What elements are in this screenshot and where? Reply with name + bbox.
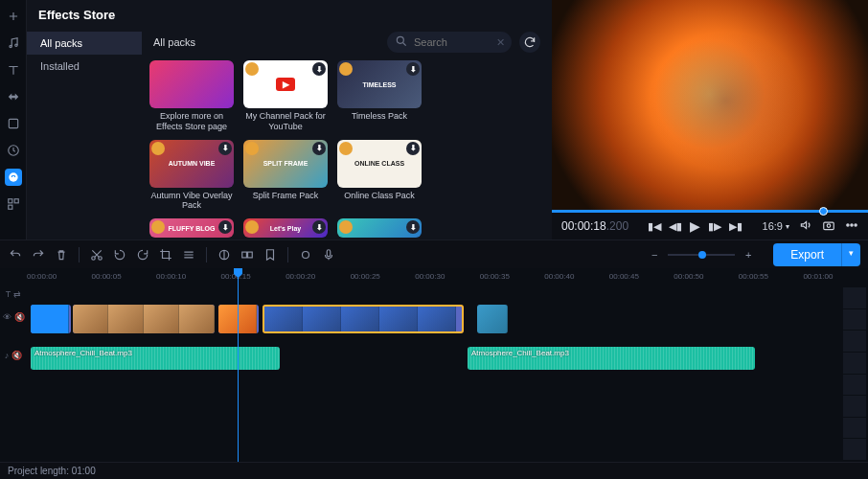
pack-title: My Channel Pack for YouTube	[243, 108, 328, 132]
download-icon[interactable]: ⬇	[312, 62, 326, 76]
pack-card[interactable]: ▶⬇My Channel Pack for YouTube	[243, 60, 328, 132]
status-bar: Project length: 01:00	[0, 462, 868, 479]
video-track-eye-icon[interactable]: 👁	[3, 312, 11, 322]
video-clip[interactable]	[31, 305, 71, 333]
color-adjust-button[interactable]	[217, 247, 232, 262]
audio-meters	[841, 285, 868, 462]
premium-badge-icon	[245, 62, 259, 76]
side-item-installed[interactable]: Installed	[27, 55, 142, 78]
side-item-all-packs[interactable]: All packs	[27, 32, 142, 55]
pack-card[interactable]: TIMELESS⬇Timeless Pack	[337, 60, 422, 132]
more-tools-icon[interactable]	[5, 195, 22, 213]
export-dropdown[interactable]: ▾	[841, 243, 860, 266]
preview-canvas[interactable]	[552, 0, 868, 210]
text-icon[interactable]	[5, 61, 22, 79]
refresh-button[interactable]	[519, 32, 540, 53]
pack-card[interactable]: ⬇	[337, 218, 422, 238]
transitions-icon[interactable]	[5, 88, 22, 105]
step-back-button[interactable]: ◀▮	[669, 220, 682, 233]
download-icon[interactable]: ⬇	[218, 220, 232, 234]
prev-clip-button[interactable]: ▮◀	[648, 220, 661, 233]
zoom-slider[interactable]	[668, 254, 735, 256]
playhead[interactable]	[238, 268, 239, 462]
mute-icon[interactable]: 🔇	[14, 312, 25, 322]
video-clip[interactable]	[218, 305, 259, 333]
video-clip[interactable]	[477, 305, 508, 333]
aspect-ratio-select[interactable]: 16:9▾	[763, 220, 789, 232]
volume-icon[interactable]	[799, 218, 812, 234]
search-input[interactable]	[414, 36, 491, 48]
audio-track[interactable]: Atmosphere_Chill_Beat.mp3Atmosphere_Chil…	[27, 347, 868, 370]
pack-card[interactable]: Explore more on Effects Store page	[149, 60, 234, 132]
preview-monitor: 00:00:18.200 ▮◀ ◀▮ ▶ ▮▶ ▶▮ 16:9▾	[552, 0, 868, 240]
mic-button[interactable]	[321, 247, 336, 262]
audio-clip[interactable]: Atmosphere_Chill_Beat.mp3	[468, 347, 755, 370]
next-clip-button[interactable]: ▶▮	[729, 220, 742, 233]
download-icon[interactable]: ⬇	[406, 142, 420, 155]
pack-card[interactable]: SPLIT FRAME⬇Split Frame Pack	[243, 140, 328, 212]
download-icon[interactable]: ⬇	[406, 62, 420, 76]
crop-button[interactable]	[158, 247, 173, 262]
packs-subtitle: All packs	[153, 36, 195, 48]
effects-store-panel: Effects Store All packsInstalled All pac…	[27, 0, 552, 240]
audio-mute-icon[interactable]: 🔇	[11, 351, 22, 360]
rotate-left-button[interactable]	[112, 247, 127, 262]
effects-store-icon[interactable]	[5, 169, 22, 186]
cut-button[interactable]	[89, 247, 104, 262]
text-track-icon[interactable]: T	[6, 289, 11, 299]
svg-point-0	[9, 45, 11, 47]
download-icon[interactable]: ⬇	[312, 220, 326, 234]
transition-button[interactable]	[240, 247, 255, 262]
premium-badge-icon	[151, 142, 165, 155]
video-track[interactable]	[27, 305, 868, 333]
search-icon	[395, 34, 408, 50]
redo-button[interactable]	[31, 247, 46, 262]
audio-clip[interactable]: Atmosphere_Chill_Beat.mp3	[31, 347, 280, 370]
track-headers: T⇄ 👁🔇 ♪🔇	[0, 268, 27, 462]
export-button[interactable]: Export	[773, 243, 841, 266]
play-button[interactable]: ▶	[690, 218, 700, 234]
download-icon[interactable]: ⬇	[312, 142, 326, 155]
premium-badge-icon	[245, 142, 259, 155]
premium-badge-icon	[339, 220, 353, 234]
left-tool-rail	[0, 0, 27, 240]
zoom-out-button[interactable]: −	[647, 247, 662, 262]
svg-rect-2	[9, 119, 17, 127]
premium-badge-icon	[245, 220, 259, 234]
marker-button[interactable]	[263, 247, 278, 262]
zoom-in-button[interactable]: +	[741, 247, 756, 262]
pack-card[interactable]: Let's Play⬇	[243, 218, 328, 238]
premium-badge-icon	[151, 220, 165, 234]
music-icon[interactable]	[5, 34, 22, 52]
properties-button[interactable]	[181, 247, 196, 262]
link-icon[interactable]: ⇄	[13, 289, 21, 299]
svg-rect-17	[242, 252, 247, 258]
pack-card[interactable]: AUTUMN VIBE⬇Autumn Vibe Overlay Pack	[149, 140, 234, 212]
record-voice-button[interactable]	[298, 247, 313, 262]
search-box[interactable]: ✕	[387, 32, 512, 53]
time-ruler[interactable]: 00:00:0000:00:0500:00:1000:00:1500:00:20…	[27, 268, 868, 284]
undo-button[interactable]	[8, 247, 23, 262]
timeline-toolbar: − + Export ▾	[0, 240, 868, 268]
preview-scrubber[interactable]	[552, 210, 868, 213]
download-icon[interactable]: ⬇	[218, 142, 232, 155]
clip-label: Atmosphere_Chill_Beat.mp3	[34, 349, 132, 357]
clear-search-icon[interactable]: ✕	[496, 36, 505, 49]
stickers-icon[interactable]	[5, 115, 22, 132]
audio-track-icon[interactable]: ♪	[5, 351, 10, 360]
svg-rect-7	[8, 205, 11, 209]
pack-card[interactable]: FLUFFY BLOG⬇	[149, 218, 234, 238]
history-icon[interactable]	[5, 142, 22, 159]
svg-point-11	[851, 224, 853, 226]
download-icon[interactable]: ⬇	[406, 220, 420, 234]
fullscreen-icon[interactable]	[845, 218, 858, 234]
pack-card[interactable]: ONLINE CLASS⬇Online Class Pack	[337, 140, 422, 212]
video-clip[interactable]	[73, 305, 215, 333]
delete-button[interactable]	[54, 247, 69, 262]
pack-title: Online Class Pack	[337, 188, 422, 201]
step-fwd-button[interactable]: ▮▶	[708, 220, 721, 233]
video-clip[interactable]	[263, 305, 464, 333]
snapshot-icon[interactable]	[822, 218, 835, 234]
add-icon[interactable]	[5, 8, 22, 25]
rotate-right-button[interactable]	[135, 247, 150, 262]
